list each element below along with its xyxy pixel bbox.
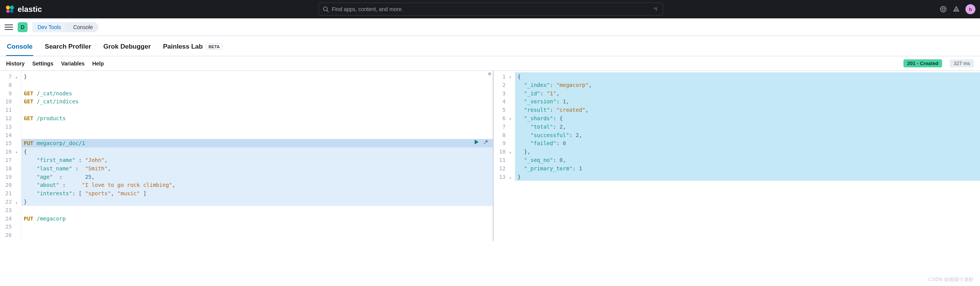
request-options-icon[interactable] (483, 139, 489, 147)
header-left: elastic (5, 4, 42, 15)
request-pane: 7 ▴8 9 10 11 12 13 14 15 16 ▾17 18 19 20… (0, 71, 494, 241)
svg-point-1 (10, 5, 14, 10)
console-toolbar: HistorySettingsVariablesHelp 201 - Creat… (0, 56, 980, 71)
breadcrumbs: Dev Tools Console (32, 22, 96, 32)
svg-point-0 (6, 5, 10, 10)
svg-point-3 (10, 10, 13, 13)
avatar-initial: h (969, 7, 972, 12)
request-editor[interactable]: 7 ▴8 9 10 11 12 13 14 15 16 ▾17 18 19 20… (0, 71, 493, 241)
search-shortcut: ^/ (652, 6, 659, 12)
integrations-icon[interactable] (952, 5, 960, 13)
toolbar-settings[interactable]: Settings (32, 60, 53, 67)
response-time-badge: 327 ms (950, 59, 974, 67)
svg-point-4 (323, 7, 327, 11)
toolbar-history[interactable]: History (6, 60, 24, 67)
svg-point-2 (6, 10, 10, 13)
elastic-logo-icon (5, 4, 15, 15)
svg-point-7 (942, 8, 945, 11)
global-header: elastic Find apps, content, and more. ^/… (0, 0, 980, 18)
tab-painless-lab[interactable]: Painless LabBETA (162, 40, 223, 56)
run-request-icon[interactable] (474, 139, 480, 147)
editor-split: 7 ▴8 9 10 11 12 13 14 15 16 ▾17 18 19 20… (0, 71, 980, 241)
svg-point-6 (940, 7, 946, 12)
toolbar-variables[interactable]: Variables (61, 60, 85, 67)
devtools-tabs: ConsoleSearch ProfilerGrok DebuggerPainl… (0, 36, 980, 56)
breadcrumb-console: Console (65, 22, 98, 32)
header-right: h (939, 4, 975, 14)
brand-text: elastic (18, 5, 42, 14)
tab-console[interactable]: Console (6, 40, 33, 56)
response-gutter: 1 ▾2 3 4 5 6 ▾7 8 9 10 ▴11 12 13 ▴ (494, 71, 515, 182)
beta-badge: BETA (206, 44, 222, 50)
request-body[interactable]: } GET /_cat/nodesGET /_cat/indices GET /… (21, 71, 493, 241)
header-center: Find apps, content, and more. ^/ (318, 3, 663, 16)
space-initial: D (21, 24, 24, 30)
response-body: { "_index": "megacorp", "_id": "1", "_ve… (515, 71, 980, 182)
toolbar-links: HistorySettingsVariablesHelp (6, 60, 104, 67)
request-gutter: 7 ▴8 9 10 11 12 13 14 15 16 ▾17 18 19 20… (0, 71, 21, 241)
search-placeholder: Find apps, content, and more. (332, 6, 403, 12)
breadcrumb-devtools[interactable]: Dev Tools (32, 22, 67, 32)
global-search[interactable]: Find apps, content, and more. ^/ (318, 3, 663, 16)
elastic-logo[interactable]: elastic (5, 4, 42, 15)
nav-toggle-icon[interactable] (5, 23, 13, 31)
svg-line-5 (327, 10, 328, 12)
app-header: D Dev Tools Console (0, 18, 980, 36)
tab-search-profiler[interactable]: Search Profiler (44, 40, 92, 56)
response-editor[interactable]: 1 ▾2 3 4 5 6 ▾7 8 9 10 ▴11 12 13 ▴ { "_i… (494, 71, 980, 182)
tab-grok-debugger[interactable]: Grok Debugger (103, 40, 152, 56)
toolbar-help[interactable]: Help (92, 60, 104, 67)
newsfeed-icon[interactable] (939, 5, 947, 13)
response-status-badge: 201 - Created (903, 59, 942, 67)
space-selector[interactable]: D (18, 22, 28, 32)
user-avatar[interactable]: h (965, 4, 975, 14)
response-pane: 1 ▾2 3 4 5 6 ▾7 8 9 10 ▴11 12 13 ▴ { "_i… (494, 71, 980, 241)
search-icon (323, 6, 329, 12)
